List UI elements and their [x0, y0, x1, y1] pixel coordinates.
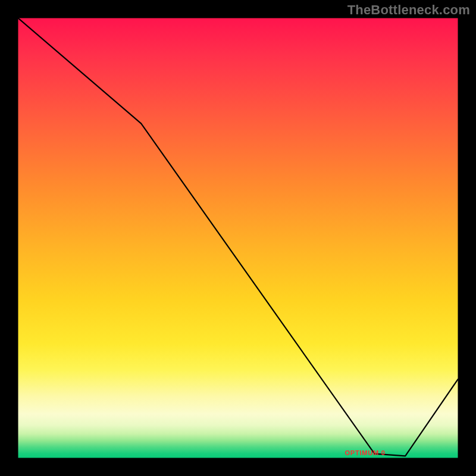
chart-stage: TheBottleneck.com OPTIMUM 0 [0, 0, 476, 476]
chart-background-gradient [18, 18, 458, 458]
watermark-text: TheBottleneck.com [347, 2, 470, 18]
optimum-label: OPTIMUM 0 [345, 449, 385, 456]
